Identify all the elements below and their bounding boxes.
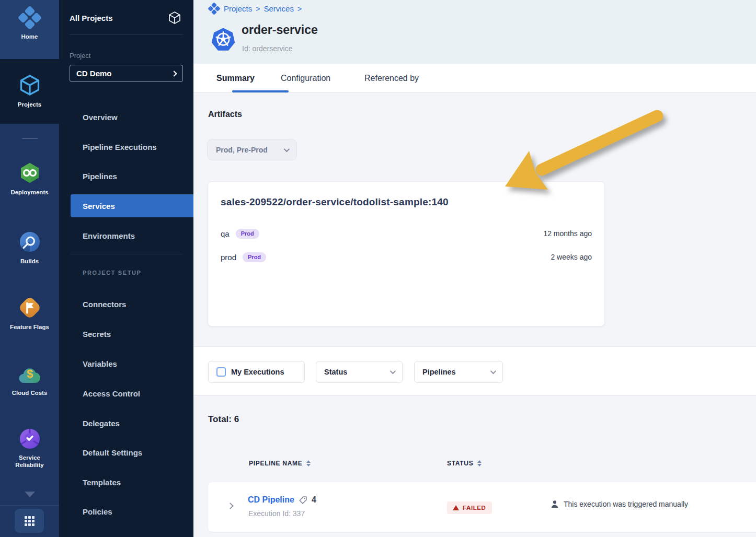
rail-section-divider	[22, 138, 38, 139]
grid-icon	[25, 516, 35, 526]
rail-item-projects[interactable]: Projects	[0, 59, 59, 124]
rail-label-builds: Builds	[20, 258, 39, 265]
environment-filter-value: Prod, Pre-Prod	[216, 146, 268, 154]
env-type-badge: Prod	[236, 229, 259, 239]
env-name: prod	[221, 253, 236, 262]
column-header-pipeline-name[interactable]: PIPELINE NAME	[249, 460, 311, 467]
sidebar-item-secrets[interactable]: Secrets	[59, 322, 193, 345]
rail-item-deployments[interactable]: Deployments	[0, 161, 59, 196]
deploy-time: 2 weeks ago	[551, 253, 592, 261]
chevron-down-icon	[284, 146, 290, 151]
deployments-icon	[18, 161, 41, 185]
service-reliability-icon	[18, 427, 41, 450]
rail-bottom-divider	[0, 505, 59, 506]
tag-count: 4	[312, 495, 316, 505]
tag-icon	[299, 496, 307, 505]
sidebar-item-policies[interactable]: Policies	[59, 500, 193, 523]
rail-item-builds[interactable]: Builds	[0, 230, 59, 265]
sidebar-item-pipeline-executions[interactable]: Pipeline Executions	[59, 135, 193, 158]
row-expander-chevron-icon[interactable]	[227, 503, 234, 509]
sidebar-item-environments[interactable]: Environments	[59, 224, 193, 247]
status-badge-failed: FAILED	[447, 501, 492, 514]
kubernetes-service-icon	[211, 27, 236, 52]
artifact-card: sales-209522/order-service/todolist-samp…	[208, 181, 605, 326]
service-id: Id: orderservice	[242, 44, 292, 53]
executions-table-header: PIPELINE NAME STATUS	[193, 460, 756, 470]
sidebar-item-access-control[interactable]: Access Control	[59, 382, 193, 405]
status-filter-dropdown[interactable]: Status	[316, 361, 403, 383]
all-projects-label[interactable]: All Projects	[70, 14, 113, 22]
main-content: Projects > Services > order-service Id: …	[193, 0, 756, 537]
project-setup-header: PROJECT SETUP	[83, 270, 142, 276]
breadcrumb: Projects > Services >	[208, 3, 302, 15]
rail-label-projects: Projects	[18, 101, 41, 108]
breadcrumb-separator: >	[256, 5, 260, 13]
selected-project-name: CD Demo	[76, 69, 112, 78]
rail-item-feature-flags[interactable]: Feature Flags	[0, 296, 59, 331]
page-header: Projects > Services > order-service Id: …	[193, 0, 756, 64]
project-sidebar: All Projects Project CD Demo Overview Pi…	[59, 0, 193, 537]
rail-label-home: Home	[21, 33, 38, 40]
tab-configuration[interactable]: Configuration	[281, 64, 330, 92]
breadcrumb-services[interactable]: Services	[264, 4, 294, 13]
pipeline-name-link[interactable]: CD Pipeline	[248, 495, 294, 505]
tab-summary[interactable]: Summary	[216, 64, 255, 92]
rail-label-feature-flags: Feature Flags	[10, 323, 49, 331]
rail-collapse-chevron-icon[interactable]	[25, 492, 35, 497]
sidebar-item-variables[interactable]: Variables	[59, 352, 193, 375]
cloud-costs-icon: $	[17, 364, 42, 386]
trigger-text: This execution was triggered manually	[564, 500, 688, 508]
sidebar-item-connectors[interactable]: Connectors	[59, 293, 193, 316]
pipelines-filter-dropdown[interactable]: Pipelines	[414, 361, 503, 383]
rail-label-service-reliability: Service Reliability	[6, 454, 53, 469]
breadcrumb-separator: >	[297, 5, 302, 13]
sidebar-item-delegates[interactable]: Delegates	[59, 412, 193, 435]
sidebar-item-templates[interactable]: Templates	[59, 471, 193, 494]
chevron-down-icon	[390, 368, 396, 374]
chevron-right-icon	[171, 71, 177, 76]
rail-label-deployments: Deployments	[10, 189, 48, 196]
env-name: qa	[221, 229, 230, 238]
sidebar-divider	[71, 254, 182, 254]
artifact-env-row: qa Prod 12 months ago	[221, 227, 592, 240]
rail-item-home[interactable]: Home	[0, 0, 59, 59]
user-icon	[551, 500, 559, 508]
sidebar-item-overview[interactable]: Overview	[59, 106, 193, 129]
artifacts-section-title: Artifacts	[208, 110, 242, 119]
tab-referenced-by[interactable]: Referenced by	[364, 64, 419, 92]
execution-id: Execution Id: 337	[248, 509, 305, 518]
projects-cube-icon	[18, 73, 42, 97]
executions-total: Total: 6	[208, 414, 239, 425]
breadcrumb-projects[interactable]: Projects	[224, 4, 252, 13]
warning-triangle-icon	[453, 505, 459, 510]
chevron-down-icon	[490, 368, 496, 374]
harness-logo-icon	[208, 3, 220, 15]
tab-bar: Summary Configuration Referenced by	[193, 64, 756, 93]
project-cube-icon[interactable]	[167, 10, 182, 25]
artifact-title: sales-209522/order-service/todolist-samp…	[221, 196, 449, 208]
project-selector[interactable]: CD Demo	[70, 65, 183, 82]
sort-icon[interactable]	[306, 460, 311, 466]
environment-filter-dropdown[interactable]: Prod, Pre-Prod	[207, 139, 297, 160]
my-executions-checkbox[interactable]	[216, 367, 226, 377]
my-executions-toggle[interactable]: My Executions	[208, 361, 305, 383]
rail-item-cloud-costs[interactable]: $ Cloud Costs	[0, 364, 59, 396]
my-executions-label: My Executions	[231, 368, 284, 376]
svg-text:$: $	[26, 367, 32, 380]
module-switcher-button[interactable]	[15, 509, 44, 533]
trigger-info: This execution was triggered manually	[551, 500, 688, 508]
sidebar-item-services[interactable]: Services	[71, 194, 193, 217]
builds-icon	[18, 230, 41, 254]
executions-filter-bar: My Executions Status Pipelines	[193, 346, 756, 395]
page-title: order-service	[242, 23, 318, 37]
rail-item-service-reliability[interactable]: Service Reliability	[0, 427, 59, 469]
rail-label-cloud-costs: Cloud Costs	[12, 389, 48, 396]
active-tab-underline	[232, 90, 289, 92]
execution-row[interactable]: CD Pipeline 4 Execution Id: 337 FAILED T…	[208, 482, 756, 532]
column-header-status[interactable]: STATUS	[447, 460, 482, 467]
sort-icon[interactable]	[477, 460, 482, 466]
harness-home-icon	[18, 6, 41, 29]
sidebar-item-pipelines[interactable]: Pipelines	[59, 165, 193, 188]
project-section-label: Project	[70, 52, 193, 60]
sidebar-item-default-settings[interactable]: Default Settings	[59, 441, 193, 464]
